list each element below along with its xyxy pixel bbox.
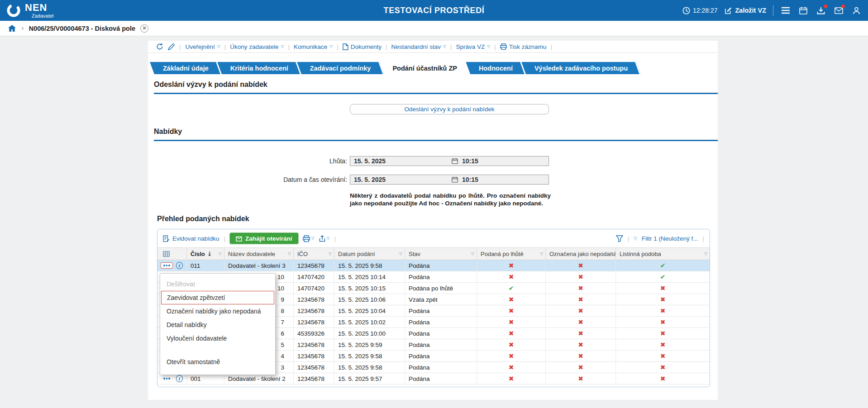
filter-funnel-icon[interactable] [616,235,623,242]
column-header-listinna-podoba[interactable]: Listinná podoba▽ [616,248,710,260]
cross-icon: ✖ [578,375,583,382]
cell-ico: 12345678 [294,339,334,350]
separator: | [494,43,496,50]
filter-chevron-icon[interactable]: ▽ [634,236,637,241]
filter-triangle-icon[interactable]: ▽ [540,251,543,256]
cell-not-submitted: ✖ [546,305,616,316]
refresh-icon[interactable] [156,43,163,50]
info-icon[interactable]: i [176,262,183,269]
send-invitation-button[interactable]: Odeslání výzvy k podání nabídek [350,104,549,114]
action-bar-items: Uveřejnění▽|Úkony zadavatele▽|Komunikace… [186,43,553,50]
nen-logo[interactable]: NEN Zadavatel [6,3,53,19]
calendar-icon[interactable] [452,158,458,164]
cell-date: 15. 5. 2025 9:58 [334,260,405,271]
breadcrumb-item[interactable]: N006/25/V00004673 - Disková pole [29,25,135,32]
nen-logo-icon [6,3,21,18]
print-menu-button[interactable]: ▽ [303,235,315,242]
column-header-podana-po-lhute[interactable]: Podaná po lhůtě▽ [477,248,546,260]
close-record-icon[interactable]: ✕ [140,24,148,33]
filter-triangle-icon[interactable]: ▽ [704,251,707,256]
column-header-ico[interactable]: IČO▽ [294,248,334,260]
cell-date: 15. 5. 2025 10:02 [334,317,405,327]
column-header-stav[interactable]: Stav▽ [405,248,477,260]
deadline-field[interactable]: 15. 5. 2025 10:15 [350,156,549,166]
row-menu-icon[interactable] [161,262,173,269]
filter-triangle-icon[interactable]: ▽ [471,251,474,256]
opening-field[interactable]: 15. 5. 2025 10:15 [350,175,549,185]
cell-not-submitted: ✖ [546,373,616,384]
filter-triangle-icon[interactable]: ▽ [288,251,291,256]
info-icon[interactable]: i [176,375,183,382]
section-rule [154,140,718,141]
mail-icon[interactable] [833,5,844,16]
cell-not-submitted: ✖ [546,260,616,271]
separator: | [337,43,339,50]
cross-icon: ✖ [660,352,666,360]
pencil-icon[interactable] [168,43,175,50]
action-dokumenty[interactable]: Dokumenty [343,43,382,50]
cell-ico: 12345678 [294,317,334,327]
action-ukony-zadavatele[interactable]: Úkony zadavatele▽ [230,43,284,50]
cell-ico: 12345678 [294,362,334,373]
cross-icon: ✖ [509,273,514,280]
create-vz-button[interactable]: Založit VZ [725,7,766,14]
separator: | [224,43,226,50]
cell-ico: 45359326 [294,328,334,339]
cell-late: ✖ [477,317,546,327]
cell-status: Podána [405,362,477,373]
action-sprava-vz[interactable]: Správa VZ▽ [456,43,491,50]
filter-triangle-icon[interactable]: ▽ [329,251,332,256]
filter-triangle-icon[interactable]: ▽ [399,251,402,256]
tab-podani-ucastniku-zp[interactable]: Podání účastníků ZP [382,62,468,74]
column-header-nazev-dodavatele[interactable]: Název dodavatele▽ [224,248,294,260]
download-icon[interactable] [816,5,826,16]
cell-date: 15. 5. 2025 9:58 [334,351,405,361]
row-menu-icon[interactable] [161,375,173,382]
tab-hodnoceni[interactable]: Hodnocení [468,62,524,74]
filter-triangle-icon[interactable]: ▽ [610,251,613,256]
table-row[interactable]: i011Dodavatel - školení 31234567815. 5. … [157,260,710,271]
user-icon[interactable] [851,5,862,16]
action-komunikace[interactable]: Komunikace▽ [294,43,333,50]
opening-label: Datum a čas otevírání: [148,176,347,183]
tab-zadavaci-podminky[interactable]: Zadávací podmínky [299,62,382,74]
column-header-cislo[interactable]: Číslo↓▽ [187,248,224,260]
tab-zakladni-udaje[interactable]: Základní údaje [152,62,219,74]
cell-paper: ✖ [616,294,710,305]
menu-item-vylouceni-dodavatele[interactable]: Vyloučení dodavatele [160,332,275,345]
action-nestandardni-stav[interactable]: Nestandardní stav▽ [391,43,446,50]
filter-triangle-icon[interactable]: ▽ [219,251,222,256]
menu-item-detail-nabidky[interactable]: Detail nabídky [160,318,275,332]
separator: | [386,43,387,50]
environment-title: TESTOVACÍ PROSTŘEDÍ [384,6,485,15]
tab-vysledek-zadavaciho-postupu[interactable]: Výsledek zadávacího postupu [524,62,639,74]
brand-name: NEN [25,3,53,13]
cell-late: ✖ [477,373,546,384]
calendar-icon[interactable] [452,176,458,183]
section-rule [154,93,718,94]
cell-paper: ✖ [616,283,710,294]
menu-item-oznaceni-nabidky-jako-nepodana[interactable]: Označení nabídky jako nepodaná [160,304,275,318]
action-tisk-zaznamu[interactable]: Tisk záznamu [500,43,547,50]
menu-item-otevrit-samostatne[interactable]: Otevřít samostatně [160,355,275,369]
separator: | [450,43,452,50]
action-uverejneni[interactable]: Uveřejnění▽ [186,43,220,50]
active-filter-label[interactable]: Filtr 1 (Neuložený f... [642,235,698,242]
register-bid-button[interactable]: Evidovat nabídku [163,235,219,242]
start-opening-button[interactable]: Zahájit otevírání [230,233,298,244]
cell-status: Podána [405,328,477,339]
cell-date: 15. 5. 2025 10:04 [334,305,405,316]
tab-kriteria-hodnoceni[interactable]: Kritéria hodnocení [219,62,299,74]
export-menu-button[interactable]: ▽ [319,235,330,242]
cell-not-submitted: ✖ [546,351,616,361]
menu-icon[interactable] [780,5,791,16]
home-icon[interactable] [8,24,16,32]
export-icon [319,235,325,242]
column-header-datum-podani[interactable]: Datum podání▽ [334,248,405,260]
brand-role: Zadavatel [32,14,53,19]
calendar-icon[interactable] [798,5,809,16]
menu-item-zaevidovat-zpetvzeti[interactable]: Zaevidovat zpětvzetí [161,291,274,304]
column-header-actions[interactable] [157,248,187,260]
column-header-oznacena-jako-nepodana[interactable]: Označena jako nepodaná▽ [546,248,616,260]
notification-badge [824,5,827,8]
